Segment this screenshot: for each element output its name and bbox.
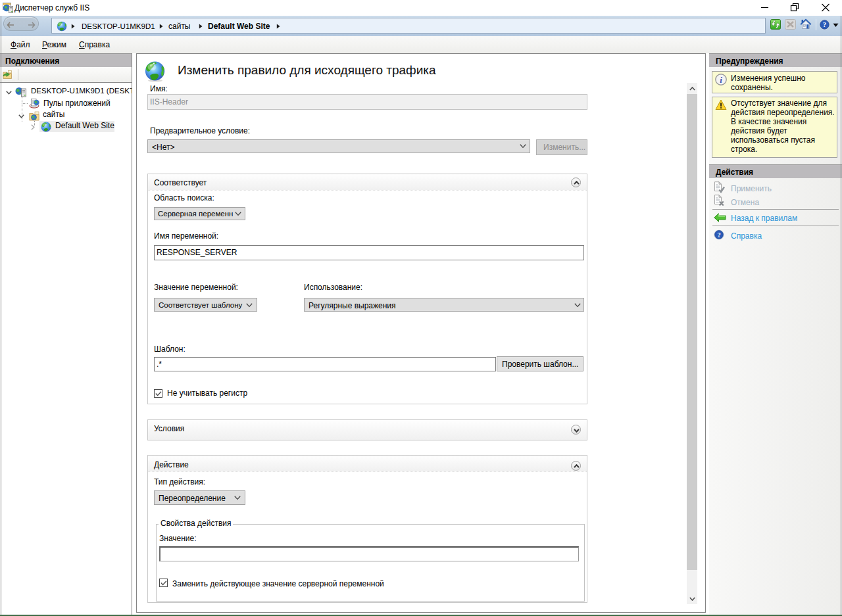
svg-text:i: i [720, 75, 722, 85]
svg-text:?: ? [717, 231, 720, 239]
svg-text:?: ? [823, 20, 827, 28]
